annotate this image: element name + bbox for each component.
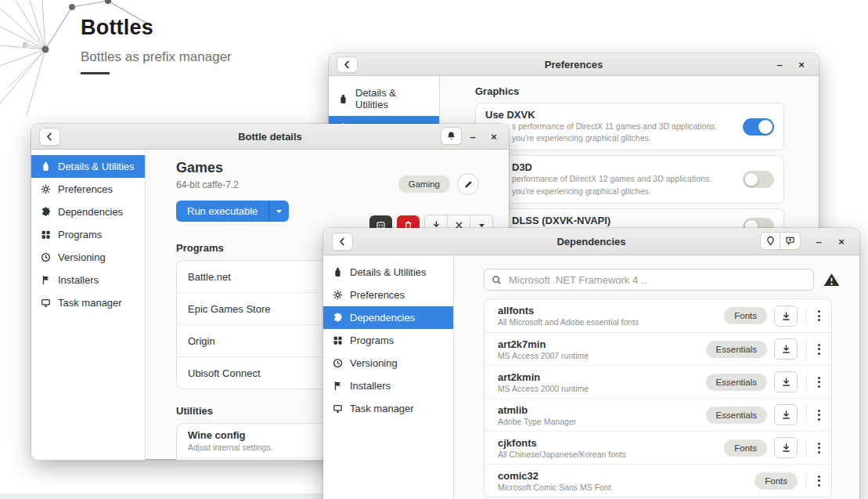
dependency-description: All Chinese/Japanese/Korean fonts bbox=[498, 450, 626, 459]
dependency-description: Microsoft Comic Sans MS Font bbox=[498, 483, 611, 492]
close-button[interactable]: × bbox=[834, 233, 849, 249]
run-executable-split-button: Run executable bbox=[176, 201, 289, 222]
back-button[interactable] bbox=[332, 233, 353, 251]
back-button[interactable] bbox=[337, 56, 358, 73]
chevron-down-icon bbox=[274, 206, 284, 216]
dependency-menu-button[interactable] bbox=[807, 344, 831, 355]
vkd3d-toggle[interactable] bbox=[743, 171, 774, 188]
install-dependency-button[interactable] bbox=[774, 404, 798, 425]
dependency-row[interactable]: atmlib Adobe Type Manager Essentials bbox=[484, 398, 831, 431]
dependencies-window: Dependencies – × Details & Utilities Pre… bbox=[323, 228, 859, 499]
sidebar-item-details-utilities[interactable]: Details & Utilities bbox=[329, 81, 439, 116]
sidebar-item-task-manager[interactable]: Task manager bbox=[31, 291, 145, 314]
dependency-description: MS Access 2007 runtime bbox=[498, 351, 589, 360]
dependencies-page: allfonts All Microsoft and Adobe essenti… bbox=[454, 255, 859, 499]
dependency-menu-button[interactable] bbox=[807, 410, 831, 421]
sidebar-item-label: Versioning bbox=[350, 357, 398, 369]
sidebar-item-label: Details & Utilities bbox=[58, 161, 135, 172]
dependency-search-input[interactable] bbox=[507, 273, 806, 287]
dependency-name: atmlib bbox=[498, 404, 576, 416]
window-title: Bottle details bbox=[31, 131, 509, 143]
category-badge: Fonts bbox=[755, 472, 798, 490]
sidebar-item-label: Preferences bbox=[58, 183, 113, 195]
sidebar-item-preferences[interactable]: Preferences bbox=[323, 284, 453, 306]
dxvk-toggle[interactable] bbox=[743, 118, 774, 136]
warning-icon bbox=[823, 273, 840, 287]
sidebar-item-label: Dependencies bbox=[58, 206, 123, 218]
close-button[interactable]: × bbox=[794, 56, 809, 72]
sidebar-item-task-manager[interactable]: Task manager bbox=[323, 397, 453, 420]
dependency-description: All Microsoft and Adobe essential fonts bbox=[498, 317, 639, 327]
sidebar-item-label: Programs bbox=[350, 334, 394, 346]
dependency-row[interactable]: cjkfonts All Chinese/Japanese/Korean fon… bbox=[484, 431, 831, 464]
dependency-menu-button[interactable] bbox=[807, 377, 831, 388]
close-button[interactable]: × bbox=[486, 128, 502, 144]
chevron-left-icon bbox=[45, 132, 55, 142]
sidebar-item-dependencies[interactable]: Dependencies bbox=[323, 306, 453, 329]
dependency-row[interactable]: allfonts All Microsoft and Adobe essenti… bbox=[484, 299, 831, 332]
sidebar-item-programs[interactable]: Programs bbox=[31, 223, 145, 246]
hero-header: Bottles Bottles as prefix manager bbox=[81, 16, 232, 74]
kebab-icon bbox=[818, 377, 820, 388]
pref-description: s performance of DirectX 11 games and 3D… bbox=[485, 121, 743, 132]
category-badge: Essentials bbox=[706, 374, 767, 391]
bell-icon bbox=[446, 131, 456, 141]
clock-icon bbox=[41, 252, 51, 262]
sidebar-item-label: Programs bbox=[58, 229, 102, 240]
dependency-menu-button[interactable] bbox=[807, 443, 831, 454]
edit-tag-button[interactable] bbox=[457, 173, 479, 195]
sidebar-item-programs[interactable]: Programs bbox=[323, 329, 453, 352]
pencil-icon bbox=[463, 179, 474, 190]
install-dependency-button[interactable] bbox=[774, 437, 798, 458]
window-title: Preferences bbox=[329, 59, 819, 71]
install-dependency-button[interactable] bbox=[774, 371, 798, 392]
titlebar-actions bbox=[760, 232, 801, 250]
minimize-button[interactable]: – bbox=[465, 128, 481, 144]
pref-title: Use DXVK bbox=[485, 109, 743, 121]
search-icon bbox=[492, 275, 502, 285]
kebab-icon bbox=[818, 310, 820, 321]
install-dependency-button[interactable] bbox=[774, 306, 798, 327]
sidebar-item-details-utilities[interactable]: Details & Utilities bbox=[323, 261, 453, 284]
sidebar-item-dependencies[interactable]: Dependencies bbox=[31, 201, 145, 223]
program-label: Battle.net bbox=[188, 271, 231, 283]
minimize-button[interactable]: – bbox=[811, 233, 827, 249]
program-label: Ubisoft Connect bbox=[188, 367, 261, 379]
gear-icon bbox=[41, 184, 51, 194]
pref-description: you're experiencing graphical glitches. bbox=[512, 186, 743, 197]
kebab-icon bbox=[818, 344, 820, 355]
dependency-row[interactable]: comic32 Microsoft Comic Sans MS Font Fon… bbox=[484, 464, 831, 497]
download-icon bbox=[781, 410, 791, 420]
back-button[interactable] bbox=[39, 128, 60, 146]
gear-icon bbox=[333, 290, 343, 300]
sidebar-item-installers[interactable]: Installers bbox=[31, 269, 145, 291]
notifications-button[interactable] bbox=[441, 127, 462, 145]
dependencies-sidebar: Details & Utilities Preferences Dependen… bbox=[323, 255, 454, 499]
sidebar-item-label: Task manager bbox=[350, 403, 414, 414]
sidebar-item-preferences[interactable]: Preferences bbox=[31, 178, 145, 201]
bottle-icon bbox=[338, 94, 348, 104]
sidebar-item-label: Preferences bbox=[350, 289, 405, 301]
sidebar-item-details-utilities[interactable]: Details & Utilities bbox=[31, 155, 145, 178]
download-icon bbox=[781, 377, 791, 387]
suggest-dependency-button[interactable] bbox=[780, 232, 801, 250]
run-options-dropdown[interactable] bbox=[268, 201, 289, 222]
report-missing-dependency-button[interactable] bbox=[760, 232, 780, 250]
sidebar-item-label: Installers bbox=[58, 274, 99, 286]
monitor-icon bbox=[333, 403, 343, 414]
dependency-menu-button[interactable] bbox=[807, 310, 831, 321]
sidebar-item-label: Details & Utilities bbox=[355, 87, 430, 110]
sidebar-item-versioning[interactable]: Versioning bbox=[31, 246, 145, 269]
sidebar-item-versioning[interactable]: Versioning bbox=[323, 352, 453, 374]
dependency-row[interactable]: art2kmin MS Access 2000 runtime Essentia… bbox=[484, 365, 831, 398]
dependency-row[interactable]: art2k7min MS Access 2007 runtime Essenti… bbox=[484, 332, 831, 365]
category-badge: Fonts bbox=[724, 439, 767, 457]
download-icon bbox=[781, 443, 791, 453]
dependency-menu-button[interactable] bbox=[807, 475, 831, 486]
install-dependency-button[interactable] bbox=[774, 338, 798, 360]
minimize-button[interactable]: – bbox=[772, 56, 787, 72]
dependency-description: MS Access 2000 runtime bbox=[498, 384, 589, 393]
program-label: Origin bbox=[188, 335, 215, 347]
run-executable-button[interactable]: Run executable bbox=[176, 201, 268, 222]
sidebar-item-installers[interactable]: Installers bbox=[323, 374, 453, 397]
